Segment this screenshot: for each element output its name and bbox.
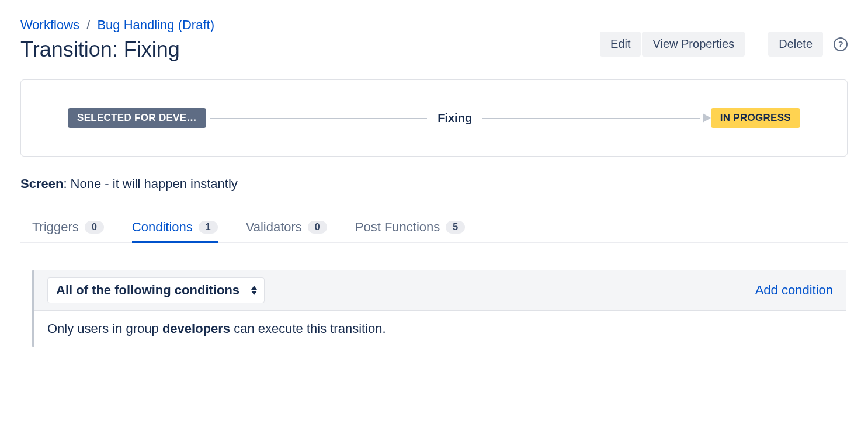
screen-value: : None - it will happen instantly bbox=[63, 176, 237, 191]
screen-label: Screen bbox=[20, 176, 63, 191]
transition-line-right bbox=[482, 118, 700, 119]
transition-diagram: SELECTED FOR DEVE… Fixing IN PROGRESS bbox=[20, 79, 848, 157]
tabs: Triggers 0 Conditions 1 Validators 0 Pos… bbox=[20, 215, 848, 243]
conditions-header: All of the following conditions Add cond… bbox=[34, 270, 846, 311]
tab-post-functions-count: 5 bbox=[446, 221, 465, 234]
screen-info: Screen: None - it will happen instantly bbox=[20, 176, 848, 192]
tab-conditions[interactable]: Conditions 1 bbox=[132, 215, 218, 242]
tab-triggers[interactable]: Triggers 0 bbox=[32, 215, 104, 242]
condition-row: Only users in group developers can execu… bbox=[34, 311, 846, 347]
tab-validators-label: Validators bbox=[246, 220, 302, 235]
arrowhead-icon bbox=[703, 113, 711, 123]
condition-mode-label: All of the following conditions bbox=[56, 283, 239, 298]
tab-triggers-count: 0 bbox=[85, 221, 104, 234]
transition-line-left bbox=[210, 118, 428, 119]
tab-post-functions[interactable]: Post Functions 5 bbox=[355, 215, 465, 242]
condition-mode-select[interactable]: All of the following conditions bbox=[47, 277, 265, 303]
conditions-panel: All of the following conditions Add cond… bbox=[32, 270, 846, 347]
page-title: Transition: Fixing bbox=[20, 37, 600, 62]
breadcrumb-bug-handling[interactable]: Bug Handling (Draft) bbox=[97, 18, 214, 32]
add-condition-link[interactable]: Add condition bbox=[755, 283, 833, 298]
transition-name-label: Fixing bbox=[430, 112, 479, 125]
header-actions: Edit View Properties Delete ? bbox=[600, 32, 848, 57]
to-status-lozenge: IN PROGRESS bbox=[711, 108, 800, 128]
tab-validators-count: 0 bbox=[308, 221, 327, 234]
condition-text-prefix: Only users in group bbox=[47, 321, 162, 336]
tab-triggers-label: Triggers bbox=[32, 220, 79, 235]
condition-text-suffix: can execute this transition. bbox=[230, 321, 386, 336]
select-caret-icon bbox=[251, 286, 257, 295]
tab-validators[interactable]: Validators 0 bbox=[246, 215, 327, 242]
breadcrumb: Workflows / Bug Handling (Draft) bbox=[20, 18, 600, 33]
tab-post-functions-label: Post Functions bbox=[355, 220, 440, 235]
tab-conditions-label: Conditions bbox=[132, 220, 193, 235]
breadcrumb-workflows[interactable]: Workflows bbox=[20, 18, 79, 32]
breadcrumb-separator: / bbox=[86, 18, 90, 32]
help-icon[interactable]: ? bbox=[834, 37, 848, 51]
edit-button[interactable]: Edit bbox=[600, 32, 641, 57]
delete-button[interactable]: Delete bbox=[768, 32, 823, 57]
view-properties-button[interactable]: View Properties bbox=[642, 32, 745, 57]
tab-conditions-count: 1 bbox=[199, 221, 218, 234]
from-status-lozenge: SELECTED FOR DEVE… bbox=[68, 108, 206, 128]
condition-group-name: developers bbox=[162, 321, 230, 336]
